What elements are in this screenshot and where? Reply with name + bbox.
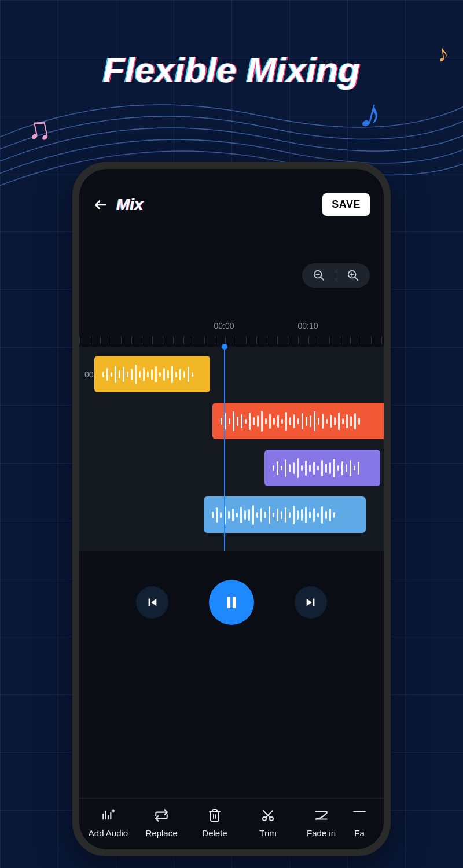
svg-rect-8	[149, 599, 150, 606]
tool-label: Delete	[202, 828, 227, 838]
divider	[336, 270, 336, 281]
track-row	[79, 496, 384, 533]
add-audio-button[interactable]: Add Audio	[82, 808, 135, 838]
playhead[interactable]	[224, 347, 225, 551]
fade-out-button-partial[interactable]: Fa	[348, 808, 371, 838]
fade-in-button[interactable]: Fade in	[295, 808, 348, 838]
waveform-icon	[102, 356, 193, 392]
audio-clip[interactable]	[94, 356, 210, 392]
tool-label: Trim	[259, 828, 276, 838]
audio-clip[interactable]	[212, 403, 384, 439]
page-title: Mix	[116, 196, 144, 214]
save-button[interactable]: SAVE	[322, 193, 370, 216]
playback-controls	[79, 551, 384, 648]
delete-button[interactable]: Delete	[188, 808, 241, 838]
track-row	[79, 403, 384, 439]
svg-rect-9	[227, 597, 231, 608]
phone-mockup-frame: Mix SAVE	[72, 162, 391, 856]
zoom-in-button[interactable]	[347, 269, 359, 282]
replace-button[interactable]: Replace	[135, 808, 188, 838]
scissors-icon	[261, 808, 275, 823]
time-marker: 00:00	[214, 321, 234, 330]
fade-in-icon	[314, 808, 329, 823]
app-screen: Mix SAVE	[79, 169, 384, 849]
tool-label: Fa	[354, 828, 365, 838]
waveform-icon	[273, 450, 359, 486]
track-row	[79, 450, 384, 486]
bottom-toolbar: Add Audio Replace	[79, 798, 384, 849]
fade-out-icon	[352, 808, 367, 823]
tool-label: Replace	[145, 828, 177, 838]
track-row: 00:	[79, 356, 384, 392]
headline-text: Flexible Mixing	[0, 0, 463, 90]
back-button[interactable]	[93, 197, 108, 212]
tool-label: Add Audio	[89, 828, 128, 838]
svg-line-5	[355, 277, 358, 280]
tool-label: Fade in	[307, 828, 336, 838]
zoom-out-button[interactable]	[313, 269, 325, 282]
svg-rect-11	[313, 599, 315, 606]
app-header: Mix SAVE	[79, 169, 384, 223]
tracks-container: 00:	[79, 347, 384, 551]
time-ruler-ticks	[79, 336, 384, 347]
zoom-controls	[302, 263, 370, 288]
time-ruler-labels: 00:00 00:10	[79, 321, 384, 333]
replace-icon	[154, 808, 169, 823]
add-audio-icon	[101, 808, 116, 823]
waveform-icon	[212, 496, 335, 533]
waveform-icon	[221, 403, 360, 439]
next-button[interactable]	[295, 586, 327, 619]
time-marker: 00:10	[297, 321, 318, 330]
svg-line-2	[321, 277, 324, 280]
previous-button[interactable]	[136, 586, 168, 619]
svg-rect-10	[233, 597, 236, 608]
trim-button[interactable]: Trim	[241, 808, 295, 838]
audio-clip[interactable]	[264, 450, 380, 486]
timeline-area[interactable]: 00:00 00:10 00:	[79, 321, 384, 798]
audio-clip[interactable]	[204, 496, 366, 533]
trash-icon	[208, 808, 222, 823]
pause-button[interactable]	[209, 580, 254, 625]
